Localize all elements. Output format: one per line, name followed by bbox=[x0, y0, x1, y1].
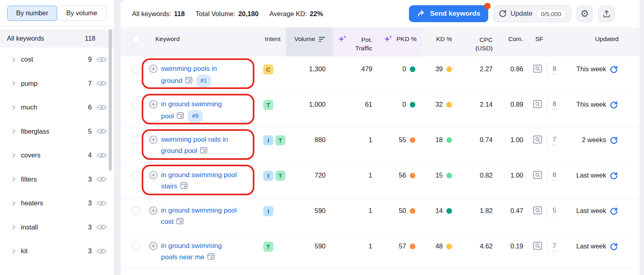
serp-features-count[interactable]: 8 bbox=[552, 171, 557, 181]
chevron-right-icon[interactable] bbox=[11, 105, 17, 110]
keyword-link[interactable]: in ground swimming pool#5 bbox=[161, 100, 222, 120]
chevron-right-icon[interactable] bbox=[11, 153, 17, 158]
refresh-icon[interactable] bbox=[610, 136, 618, 145]
column-header-kd[interactable]: KD % bbox=[422, 27, 458, 56]
view-serp-icon[interactable] bbox=[533, 100, 542, 108]
refresh-icon[interactable] bbox=[610, 66, 618, 74]
sidebar-group-item[interactable]: fiberglass5 bbox=[0, 120, 114, 144]
eye-icon[interactable] bbox=[96, 128, 107, 135]
sidebar-group-item[interactable]: kit3 bbox=[0, 239, 114, 263]
keyword-link[interactable]: in ground swimming pool stairs bbox=[161, 171, 237, 190]
export-button[interactable] bbox=[598, 6, 615, 22]
eye-icon[interactable] bbox=[96, 176, 107, 183]
serp-preview-icon[interactable] bbox=[200, 146, 207, 157]
chevron-right-icon[interactable] bbox=[11, 176, 17, 182]
serp-features-count[interactable]: 7 bbox=[552, 135, 557, 145]
row-checkbox[interactable] bbox=[132, 242, 140, 250]
add-keyword-icon[interactable] bbox=[149, 64, 158, 91]
view-serp-icon[interactable] bbox=[533, 135, 542, 144]
chevron-right-icon[interactable] bbox=[11, 128, 17, 134]
serp-features-count[interactable]: 8 bbox=[552, 100, 557, 110]
view-serp-icon[interactable] bbox=[533, 206, 542, 215]
updated-label: Last week bbox=[576, 207, 606, 215]
column-header-pot-traffic[interactable]: Pot.Traffic bbox=[332, 27, 377, 56]
add-keyword-icon[interactable] bbox=[149, 206, 158, 233]
row-checkbox[interactable] bbox=[132, 136, 140, 144]
add-keyword-icon[interactable] bbox=[149, 171, 158, 198]
chevron-right-icon[interactable] bbox=[11, 224, 17, 230]
view-serp-icon[interactable] bbox=[533, 242, 542, 250]
eye-icon[interactable] bbox=[96, 248, 107, 255]
send-keywords-label: Send keywords bbox=[430, 10, 480, 18]
sidebar-group-item[interactable]: pump7 bbox=[0, 72, 114, 96]
serp-preview-icon[interactable] bbox=[180, 181, 188, 192]
row-checkbox[interactable] bbox=[132, 172, 140, 180]
eye-icon[interactable] bbox=[96, 80, 107, 87]
view-serp-icon[interactable] bbox=[533, 171, 542, 179]
keyword-link[interactable]: swimming pools in ground#1 bbox=[161, 65, 217, 85]
sidebar-scrollbar[interactable] bbox=[109, 29, 112, 171]
summary-stat: Average KD:22% bbox=[269, 10, 323, 18]
refresh-icon[interactable] bbox=[610, 207, 618, 215]
kd-difficulty-dot bbox=[446, 244, 452, 249]
eye-icon[interactable] bbox=[96, 200, 107, 207]
serp-preview-icon[interactable] bbox=[207, 252, 215, 263]
tab-by-volume[interactable]: By volume bbox=[57, 6, 107, 21]
eye-icon[interactable] bbox=[96, 223, 107, 231]
all-keywords-row[interactable]: All keywords 118 bbox=[0, 29, 114, 48]
column-header-cpc[interactable]: CPC(USD) bbox=[458, 27, 496, 56]
add-keyword-icon[interactable] bbox=[149, 135, 158, 162]
column-header-com[interactable]: Com. bbox=[496, 27, 526, 56]
column-header-updated[interactable]: Updated bbox=[562, 27, 640, 56]
sidebar-group-item[interactable]: heaters3 bbox=[0, 191, 114, 215]
serp-preview-icon[interactable] bbox=[177, 111, 184, 122]
chevron-right-icon[interactable] bbox=[11, 201, 17, 206]
pkd-value: 50 bbox=[399, 207, 406, 215]
column-header-pkd[interactable]: PKD % bbox=[377, 27, 422, 56]
tab-by-number[interactable]: By number bbox=[7, 6, 57, 21]
view-serp-icon[interactable] bbox=[533, 64, 542, 73]
settings-button[interactable]: ⚙ bbox=[576, 6, 593, 22]
add-keyword-icon[interactable] bbox=[149, 242, 158, 269]
ai-sparkle-icon bbox=[337, 34, 348, 56]
eye-icon[interactable] bbox=[96, 152, 107, 159]
serp-features-count[interactable]: 7 bbox=[552, 242, 557, 252]
eye-icon[interactable] bbox=[96, 104, 107, 111]
sidebar-group-item[interactable]: install3 bbox=[0, 215, 114, 240]
send-keywords-button[interactable]: Send keywords bbox=[409, 5, 488, 22]
keyword-link[interactable]: in ground swimming pools near me bbox=[161, 242, 222, 261]
serp-features-count[interactable]: 5 bbox=[552, 206, 557, 216]
chevron-right-icon[interactable] bbox=[11, 81, 17, 86]
sidebar-group-item[interactable]: much6 bbox=[0, 95, 114, 120]
row-checkbox[interactable] bbox=[132, 207, 140, 215]
table-toolbar: All keywords:118Total Volume:20,180Avera… bbox=[121, 0, 640, 27]
update-button[interactable]: Update 0/5,000 bbox=[493, 5, 571, 22]
pkd-cell: 0 bbox=[377, 92, 422, 127]
row-checkbox[interactable] bbox=[132, 101, 140, 109]
column-header-sf[interactable]: SF bbox=[526, 27, 562, 56]
serp-features-count[interactable]: 8 bbox=[552, 64, 557, 74]
sidebar-group-item[interactable]: covers4 bbox=[0, 143, 114, 167]
select-all-checkbox[interactable] bbox=[132, 35, 140, 43]
table-body: swimming pools in ground#1C1,3004790392.… bbox=[121, 56, 640, 269]
serp-preview-icon[interactable] bbox=[176, 217, 184, 228]
refresh-icon[interactable] bbox=[610, 172, 618, 180]
refresh-icon[interactable] bbox=[610, 101, 618, 109]
add-keyword-icon[interactable] bbox=[149, 100, 158, 127]
keyword-link[interactable]: in ground swimming pool cost bbox=[161, 207, 237, 225]
intent-badge-C: C bbox=[263, 64, 273, 74]
sidebar-group-item[interactable]: filters3 bbox=[0, 167, 114, 192]
keyword-link[interactable]: swimming pool rails in ground pool bbox=[161, 136, 228, 155]
row-checkbox[interactable] bbox=[132, 65, 140, 73]
chevron-right-icon[interactable] bbox=[11, 57, 17, 62]
eye-icon[interactable] bbox=[96, 56, 107, 63]
column-header-intent[interactable]: Intent bbox=[263, 27, 286, 56]
intent-cell: IT bbox=[263, 127, 286, 162]
column-header-volume[interactable]: Volume bbox=[286, 27, 332, 56]
refresh-icon[interactable] bbox=[610, 243, 618, 251]
chevron-right-icon[interactable] bbox=[11, 248, 17, 254]
com-cell: 1.00 bbox=[496, 163, 526, 198]
serp-preview-icon[interactable] bbox=[185, 76, 192, 87]
column-header-keyword[interactable]: Keyword bbox=[143, 27, 263, 56]
sidebar-group-item[interactable]: cost9 bbox=[0, 48, 114, 72]
